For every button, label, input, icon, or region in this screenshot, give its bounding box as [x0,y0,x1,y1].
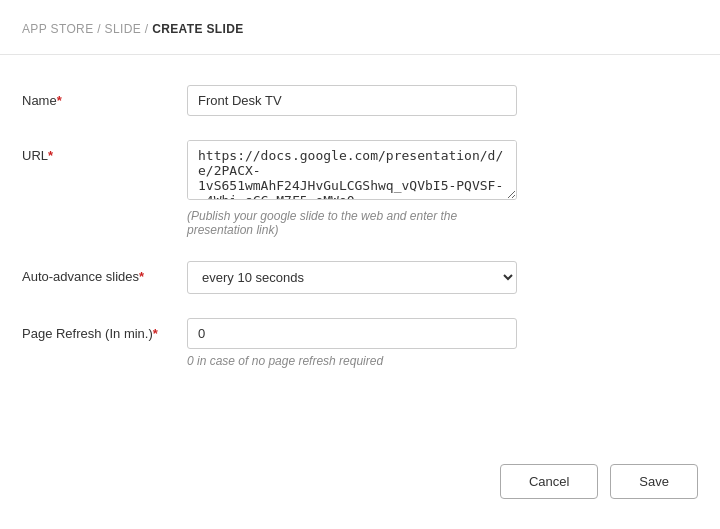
page-refresh-hint: 0 in case of no page refresh required [187,354,517,368]
url-label: URL* [22,140,187,163]
page-refresh-label: Page Refresh (In min.)* [22,318,187,341]
auto-advance-field: every 5 seconds every 10 seconds every 1… [187,261,517,294]
breadcrumb-sep2: / [141,22,152,36]
auto-advance-row: Auto-advance slides* every 5 seconds eve… [22,261,698,294]
url-field: https://docs.google.com/presentation/d/e… [187,140,517,237]
name-row: Name* [22,85,698,116]
save-button[interactable]: Save [610,464,698,499]
page-refresh-input[interactable] [187,318,517,349]
url-hint: (Publish your google slide to the web an… [187,209,517,237]
breadcrumb-slide: SLIDE [105,22,141,36]
breadcrumb-appstore: APP STORE [22,22,94,36]
page-container: APP STORE / SLIDE / CREATE SLIDE Name* U… [0,0,720,529]
page-refresh-field: 0 in case of no page refresh required [187,318,517,368]
name-label: Name* [22,85,187,108]
url-row: URL* https://docs.google.com/presentatio… [22,140,698,237]
cancel-button[interactable]: Cancel [500,464,598,499]
auto-advance-label: Auto-advance slides* [22,261,187,284]
name-field [187,85,517,116]
form-container: Name* URL* https://docs.google.com/prese… [0,55,720,444]
page-refresh-row: Page Refresh (In min.)* 0 in case of no … [22,318,698,368]
breadcrumb-current: CREATE SLIDE [152,22,243,36]
breadcrumb-sep1: / [94,22,105,36]
auto-advance-select[interactable]: every 5 seconds every 10 seconds every 1… [187,261,517,294]
breadcrumb: APP STORE / SLIDE / CREATE SLIDE [0,0,720,54]
url-input[interactable]: https://docs.google.com/presentation/d/e… [187,140,517,200]
button-row: Cancel Save [0,454,720,529]
name-input[interactable] [187,85,517,116]
